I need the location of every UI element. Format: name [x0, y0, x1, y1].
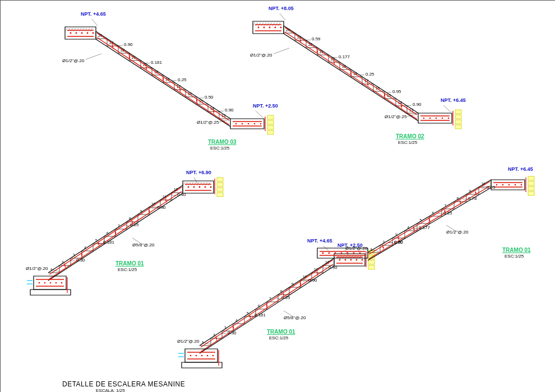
sheet-title: DETALLE DE ESCALERA MESANINE — [62, 380, 185, 388]
svg-point-104 — [384, 95, 385, 96]
dimension: 0.181 — [151, 60, 162, 65]
svg-point-12 — [70, 32, 72, 34]
svg-point-94 — [300, 40, 301, 41]
svg-line-134 — [200, 182, 202, 185]
svg-line-55 — [256, 111, 263, 118]
s2: 242322212019181716151413 — [253, 13, 461, 129]
svg-line-8 — [87, 28, 90, 31]
svg-point-174 — [44, 282, 46, 284]
dimension: 0.40 — [329, 265, 337, 270]
svg-line-121 — [274, 48, 289, 54]
section-title: TRAMO 01 — [502, 247, 531, 253]
svg-line-129 — [186, 182, 188, 185]
dimension: 0.181 — [255, 312, 266, 318]
svg-rect-184 — [217, 188, 223, 192]
svg-line-65 — [256, 22, 258, 26]
svg-point-168 — [149, 211, 150, 212]
svg-line-73 — [278, 22, 280, 26]
level-label: NPT. +2.50 — [253, 103, 278, 109]
svg-point-177 — [61, 282, 63, 284]
section-scale: ESC:1/25 — [505, 254, 524, 259]
dimension: 0.78 — [468, 196, 477, 201]
section-title: TRAMO 01 — [267, 329, 295, 335]
dimension: 0.25 — [178, 77, 187, 82]
dimension: 0.59 — [312, 36, 321, 41]
dimension: 0.177 — [339, 54, 350, 59]
svg-point-164 — [115, 232, 116, 234]
svg-point-140 — [188, 186, 189, 188]
svg-rect-118 — [455, 125, 461, 129]
dimension: 0.90 — [157, 205, 166, 210]
svg-point-77 — [263, 27, 265, 29]
dimension: 0.90 — [394, 240, 403, 245]
svg-point-236 — [317, 272, 318, 273]
s4: 123456789101112 — [178, 250, 374, 368]
svg-rect-304 — [528, 192, 534, 195]
svg-point-297 — [508, 184, 510, 186]
svg-point-262 — [322, 253, 324, 254]
svg-line-56 — [92, 19, 98, 26]
svg-line-4 — [76, 28, 78, 31]
svg-line-6 — [82, 28, 84, 31]
dimension: 0.181 — [103, 240, 114, 245]
svg-point-264 — [335, 253, 336, 254]
dimension: 0.90 — [308, 278, 317, 283]
svg-point-113 — [448, 118, 450, 119]
svg-point-241 — [201, 355, 203, 357]
level-label: NPT. +4.65 — [307, 238, 332, 244]
dimension: 0.25 — [366, 72, 374, 77]
dimension: 0.90 — [225, 108, 234, 113]
section-title: TRAMO 03 — [208, 139, 237, 145]
svg-point-280 — [382, 247, 383, 248]
svg-point-210 — [362, 259, 363, 261]
svg-line-120 — [280, 13, 285, 20]
svg-rect-302 — [528, 181, 534, 185]
svg-point-299 — [521, 184, 522, 186]
svg-rect-182 — [217, 178, 223, 181]
svg-point-239 — [190, 355, 192, 357]
svg-point-30 — [112, 45, 113, 46]
svg-line-137 — [208, 182, 210, 185]
rebar-callout: Ø1/2"@.20 — [446, 230, 468, 235]
section-scale: ESC:1/25 — [269, 335, 288, 340]
svg-rect-54 — [267, 130, 274, 134]
svg-line-72 — [275, 22, 278, 26]
svg-point-160 — [81, 254, 82, 255]
rebar-callout: Ø1/2"@.20 — [177, 339, 199, 344]
svg-point-267 — [353, 253, 355, 254]
rebar-callout: Ø1/2"@.25 — [197, 120, 219, 125]
svg-point-176 — [55, 282, 57, 284]
svg-line-69 — [267, 22, 269, 26]
svg-line-57 — [86, 54, 101, 59]
svg-point-282 — [398, 237, 399, 239]
svg-point-242 — [207, 355, 209, 357]
svg-line-67 — [261, 22, 263, 26]
svg-line-2 — [71, 28, 73, 31]
svg-point-109 — [423, 118, 425, 119]
svg-point-102 — [367, 83, 368, 85]
svg-line-136 — [205, 182, 207, 185]
svg-line-132 — [194, 182, 196, 185]
svg-point-206 — [339, 259, 341, 261]
svg-rect-116 — [455, 115, 461, 119]
dimension: 0.177 — [419, 225, 430, 230]
s3: 123456789101112 — [27, 178, 223, 295]
svg-point-228 — [249, 316, 251, 317]
svg-line-7 — [85, 28, 87, 31]
svg-point-34 — [146, 67, 147, 68]
dimension: 0.25 — [130, 222, 139, 227]
svg-point-16 — [92, 32, 94, 34]
section-scale: ESC:1/25 — [118, 267, 137, 272]
svg-line-131 — [191, 182, 193, 185]
svg-line-70 — [270, 22, 272, 26]
svg-rect-183 — [217, 183, 223, 186]
dimension: 0.95 — [487, 185, 496, 190]
svg-point-208 — [350, 259, 352, 261]
svg-point-290 — [460, 201, 461, 202]
dimension: 0.90 — [413, 102, 422, 107]
svg-point-243 — [212, 355, 214, 357]
rebar-callout: Ø5/8"@.20 — [132, 242, 154, 248]
svg-point-162 — [98, 243, 99, 244]
svg-point-14 — [81, 32, 83, 34]
svg-rect-51 — [267, 115, 274, 119]
